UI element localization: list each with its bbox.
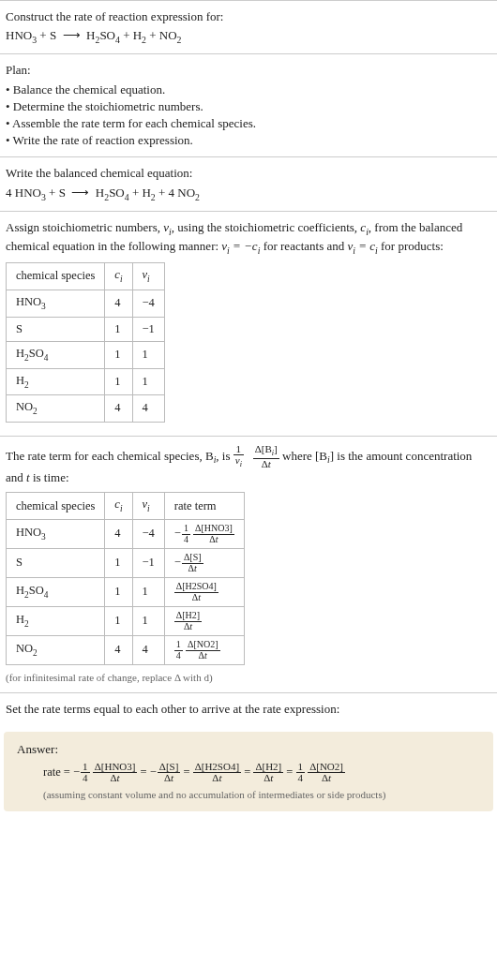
plan-section: Plan: Balance the chemical equation. Det… [0,53,497,156]
cell-c: 4 [105,636,132,665]
prompt-section: Construct the rate of reaction expressio… [0,0,497,53]
cell-nu: 1 [132,578,164,607]
cell-rateterm: 14 Δ[NO2]Δt [164,636,244,665]
frac-one-over-nu: 1 νi [233,444,244,469]
cell-species: NO2 [7,636,105,665]
table-row: H2SO4 1 1 Δ[H2SO4]Δt [7,578,245,607]
cell-species: H2SO4 [7,342,105,369]
cell-rateterm: −Δ[S]Δt [164,549,244,578]
stoich-text-b: , using the stoichiometric coefficients, [172,220,361,234]
cell-c: 4 [105,290,132,317]
col-species: chemical species [7,263,105,290]
cell-species: H2 [7,607,105,636]
cell-nu: 1 [132,368,164,395]
plan-item: Assemble the rate term for each chemical… [6,115,491,132]
col-ci: ci [105,493,132,520]
balanced-section: Write the balanced chemical equation: 4 … [0,156,497,210]
balanced-heading: Write the balanced chemical equation: [6,165,491,182]
cell-c: 1 [105,578,132,607]
table-row: S 1 −1 [7,317,165,342]
stoich-section: Assign stoichiometric numbers, νi, using… [0,211,497,436]
cell-nu: −1 [132,317,164,342]
table-row: NO2 4 4 [7,395,165,423]
cell-species: H2SO4 [7,578,105,607]
infinitesimal-note: (for infinitesimal rate of change, repla… [6,671,491,685]
cell-nu: −1 [132,549,164,578]
table-row: NO2 4 4 14 Δ[NO2]Δt [7,636,245,665]
plan-item: Determine the stoichiometric numbers. [6,98,491,115]
table-header-row: chemical species ci νi rate term [7,493,245,520]
table-row: S 1 −1 −Δ[S]Δt [7,549,245,578]
cell-rateterm: Δ[H2SO4]Δt [164,578,244,607]
cell-c: 1 [105,368,132,395]
stoich-text: Assign stoichiometric numbers, νi, using… [6,219,491,257]
prompt-line1: Construct the rate of reaction expressio… [6,8,491,25]
cell-c: 1 [105,549,132,578]
rateterm-text-e: is time: [30,470,69,484]
table-row: H2 1 1 Δ[H2]Δt [7,607,245,636]
stoich-text-d: for reactants and [260,239,347,253]
plan-item: Balance the chemical equation. [6,82,491,98]
cell-species: S [7,317,105,342]
cell-c: 1 [105,607,132,636]
table-row: HNO3 4 −4 [7,290,165,317]
rateterm-section: The rate term for each chemical species,… [0,436,497,693]
plan-heading: Plan: [6,62,491,79]
cell-nu: 4 [132,636,164,665]
cell-rateterm: −14 Δ[HNO3]Δt [164,520,244,549]
rate-prefix: rate = [43,765,73,779]
cell-c: 4 [105,520,132,549]
cell-nu: 4 [132,395,164,423]
table-header-row: chemical species ci νi [7,263,165,290]
cell-c: 4 [105,395,132,423]
col-nui: νi [132,263,164,290]
col-rateterm: rate term [164,493,244,520]
answer-box: Answer: rate = −14 Δ[HNO3]Δt = −Δ[S]Δt =… [4,732,493,812]
cell-species: S [7,549,105,578]
stoich-table: chemical species ci νi HNO3 4 −4 S 1 −1 … [6,262,165,423]
rateterm-text-c: where [282,449,315,463]
cell-c: 1 [105,342,132,369]
cell-nu: 1 [132,607,164,636]
table-row: HNO3 4 −4 −14 Δ[HNO3]Δt [7,520,245,549]
plan-list: Balance the chemical equation. Determine… [6,82,491,150]
rateterm-table: chemical species ci νi rate term HNO3 4 … [6,492,245,665]
rate-expression: rate = −14 Δ[HNO3]Δt = −Δ[S]Δt = Δ[H2SO4… [17,762,480,784]
rateterm-text: The rate term for each chemical species,… [6,444,491,487]
cell-nu: −4 [132,520,164,549]
plan-item: Write the rate of reaction expression. [6,132,491,149]
rateterm-text-a: The rate term for each chemical species, [6,449,205,463]
rateterm-text-b: , is [216,449,233,463]
cell-species: H2 [7,368,105,395]
cell-species: HNO3 [7,520,105,549]
balanced-equation: 4 HNO3 + S ⟶ H2SO4 + H2 + 4 NO2 [6,185,491,203]
col-species: chemical species [7,493,105,520]
frac-dBi-dt: Δ[Bi] Δt [253,444,279,469]
final-heading: Set the rate terms equal to each other t… [6,701,491,718]
table-row: H2SO4 1 1 [7,342,165,369]
stoich-text-e: for products: [378,239,444,253]
cell-species: NO2 [7,395,105,423]
cell-c: 1 [105,317,132,342]
cell-nu: −4 [132,290,164,317]
stoich-text-a: Assign stoichiometric numbers, [6,220,163,234]
answer-assumption: (assuming constant volume and no accumul… [17,788,480,802]
cell-species: HNO3 [7,290,105,317]
answer-label: Answer: [17,741,480,758]
final-section: Set the rate terms equal to each other t… [0,692,497,725]
cell-nu: 1 [132,342,164,369]
col-ci: ci [105,263,132,290]
table-row: H2 1 1 [7,368,165,395]
prompt-equation: HNO3 + S ⟶ H2SO4 + H2 + NO2 [6,27,491,46]
cell-rateterm: Δ[H2]Δt [164,607,244,636]
col-nui: νi [132,493,164,520]
